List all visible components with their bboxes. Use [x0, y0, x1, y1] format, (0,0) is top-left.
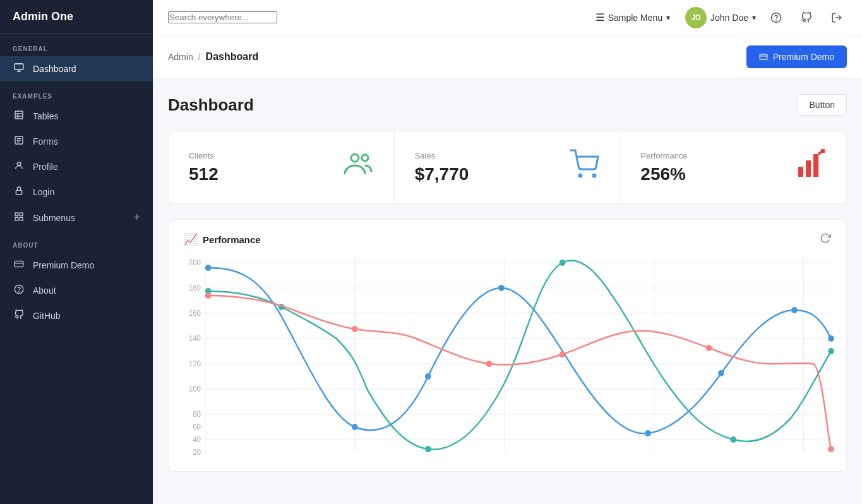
svg-rect-30 [798, 167, 803, 177]
svg-point-11 [17, 162, 20, 165]
stat-card-performance: Performance 256% [620, 131, 846, 203]
sidebar-item-github[interactable]: GitHub [0, 303, 153, 328]
breadcrumb: Admin / Dashboard [168, 51, 258, 63]
svg-rect-31 [806, 160, 811, 177]
svg-point-26 [351, 154, 359, 162]
help-circle-icon [13, 284, 25, 297]
svg-point-27 [362, 155, 368, 161]
stat-card-sales: Sales $7,770 [395, 131, 621, 203]
svg-text:120: 120 [189, 359, 201, 368]
sidebar-item-tables[interactable]: Tables [0, 104, 153, 129]
svg-text:100: 100 [189, 385, 201, 393]
svg-rect-15 [15, 217, 18, 220]
svg-point-20 [19, 291, 20, 292]
sidebar-item-label: Premium Demo [33, 260, 94, 270]
svg-point-62 [791, 307, 798, 313]
svg-point-71 [352, 326, 358, 332]
avatar: JD [685, 7, 707, 28]
monitor-icon [13, 63, 25, 75]
breadcrumb-current: Dashboard [206, 51, 259, 63]
sidebar-item-label: Profile [33, 162, 58, 172]
svg-rect-16 [20, 217, 23, 220]
chart-card: 📈 Performance 200 180 160 140 120 [168, 219, 847, 472]
svg-point-29 [593, 174, 596, 177]
svg-point-68 [730, 436, 736, 443]
search-input[interactable] [168, 11, 277, 23]
stats-row: Clients 512 Sales [168, 131, 847, 204]
clients-icon [344, 149, 374, 186]
svg-point-28 [579, 174, 582, 177]
stat-value-performance: 256% [640, 164, 687, 184]
sidebar-item-premium-demo[interactable]: Premium Demo [0, 253, 153, 278]
svg-point-22 [776, 20, 777, 20]
svg-point-59 [498, 285, 505, 291]
svg-text:140: 140 [189, 334, 201, 343]
stat-info-performance: Performance 256% [640, 151, 687, 184]
content-area: Admin / Dashboard Premium Demo Dashboard… [153, 35, 862, 504]
svg-text:160: 160 [189, 309, 201, 318]
svg-point-57 [352, 424, 358, 430]
svg-point-73 [560, 351, 566, 357]
header-button[interactable]: Button [798, 94, 847, 116]
sidebar-item-profile[interactable]: Profile [0, 154, 153, 179]
svg-point-70 [205, 292, 212, 299]
svg-rect-24 [760, 54, 767, 59]
chart-header: 📈 Performance [184, 232, 831, 246]
chart-icon: 📈 [184, 232, 198, 246]
sidebar-item-login[interactable]: Login [0, 179, 153, 205]
sidebar-section-about: ABOUT [0, 231, 153, 253]
chevron-down-icon: ▾ [666, 13, 670, 22]
performance-icon [796, 149, 826, 186]
github-nav-icon-button[interactable] [796, 8, 817, 28]
svg-point-61 [718, 370, 724, 376]
stat-label-performance: Performance [640, 151, 687, 160]
grid-icon [13, 212, 25, 224]
svg-point-72 [486, 361, 493, 367]
svg-rect-32 [813, 154, 818, 177]
chart-refresh-button[interactable] [820, 232, 831, 246]
logout-icon-button[interactable] [827, 8, 847, 28]
sample-menu-button[interactable]: ☰ Sample Menu ▾ [590, 8, 675, 27]
sidebar-item-about[interactable]: About [0, 278, 153, 303]
page-header: Dashboard Button [168, 94, 847, 116]
sidebar-item-label: Submenus [33, 213, 75, 223]
sidebar-item-submenus[interactable]: Submenus + [0, 205, 153, 231]
lock-icon [13, 186, 25, 198]
premium-btn-label: Premium Demo [773, 52, 834, 62]
sidebar-item-dashboard[interactable]: Dashboard [0, 56, 153, 81]
form-icon [13, 135, 25, 148]
svg-point-60 [645, 430, 651, 436]
svg-text:200: 200 [189, 258, 201, 267]
svg-point-75 [706, 345, 712, 351]
svg-text:40: 40 [193, 435, 201, 444]
app-logo: Admin One [0, 0, 153, 34]
svg-point-76 [828, 446, 834, 452]
svg-rect-0 [15, 64, 23, 69]
user-menu[interactable]: JD John Doe ▾ [685, 7, 756, 28]
svg-rect-17 [15, 261, 23, 267]
table-icon [13, 110, 25, 123]
help-icon-button[interactable] [766, 8, 786, 28]
app-title-bold: One [51, 10, 73, 23]
user-name: John Doe [710, 13, 748, 23]
sidebar: Admin One GENERAL Dashboard EXAMPLES Tab… [0, 0, 153, 504]
sidebar-section-general: GENERAL [0, 34, 153, 56]
svg-point-66 [425, 446, 431, 452]
chart-area: 200 180 160 140 120 100 80 60 40 20 [184, 256, 831, 459]
sidebar-item-forms[interactable]: Forms [0, 129, 153, 154]
sales-icon [569, 149, 599, 186]
breadcrumb-parent[interactable]: Admin [168, 52, 193, 62]
premium-demo-button[interactable]: Premium Demo [746, 45, 847, 68]
sidebar-section-examples: EXAMPLES [0, 81, 153, 104]
chart-title: 📈 Performance [184, 232, 261, 246]
sidebar-item-label: Forms [33, 136, 58, 147]
user-circle-icon [13, 160, 25, 173]
stat-label-sales: Sales [415, 151, 469, 160]
stat-value-sales: $7,770 [415, 164, 469, 184]
sidebar-item-label: GitHub [33, 311, 61, 321]
stat-info-sales: Sales $7,770 [415, 151, 469, 184]
plus-icon: + [133, 211, 140, 224]
sidebar-item-label: Login [33, 187, 54, 197]
stat-label-clients: Clients [189, 151, 218, 160]
svg-point-58 [425, 373, 431, 380]
